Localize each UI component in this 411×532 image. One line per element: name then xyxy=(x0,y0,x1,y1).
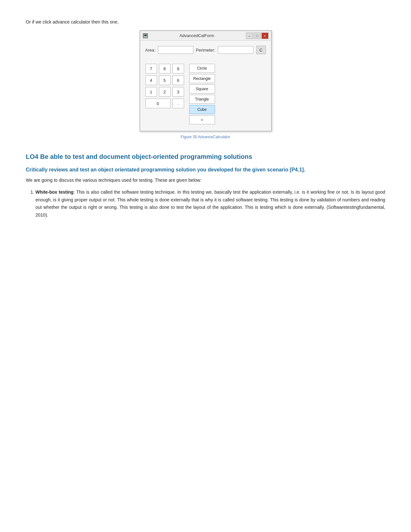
triangle-button[interactable]: Triangle xyxy=(189,95,215,104)
cube-button[interactable]: Cube xyxy=(189,105,215,114)
shape-buttons: Circle Rectangle Square Triangle Cube = xyxy=(189,64,215,124)
c-button[interactable]: C xyxy=(256,46,266,54)
numpad-row-1: 7 8 9 xyxy=(145,64,184,73)
btn-1[interactable]: 1 xyxy=(145,87,157,97)
lo4-section: LO4 Be able to test and document object-… xyxy=(26,152,385,219)
calculator-window-container: 💻 AdvancedCalForm – □ × Area: Perimeter:… xyxy=(26,30,385,131)
list-item-1-label: White-box testing xyxy=(35,189,73,195)
btn-6[interactable]: 6 xyxy=(172,75,184,85)
btn-7[interactable]: 7 xyxy=(145,64,157,73)
numpad-row-2: 4 5 6 xyxy=(145,75,184,85)
list-item-1-text: This is also called the software testing… xyxy=(35,189,385,218)
equals-button[interactable]: = xyxy=(189,115,215,124)
window-controls: – □ × xyxy=(246,33,269,39)
advanced-calc-window: 💻 AdvancedCalForm – □ × Area: Perimeter:… xyxy=(140,30,272,131)
area-input[interactable] xyxy=(158,46,193,54)
perimeter-input[interactable] xyxy=(218,46,253,54)
btn-4[interactable]: 4 xyxy=(145,75,157,85)
lo4-intro-text: We are going to discuss the various tech… xyxy=(26,177,385,184)
intro-paragraph: Or if we click advance calculator then t… xyxy=(26,19,385,24)
calc-area: 7 8 9 4 5 6 1 2 3 0 xyxy=(145,64,266,124)
lo4-subheading: Critically reviews and test an object or… xyxy=(26,166,385,173)
close-button[interactable]: × xyxy=(261,33,269,39)
window-title: AdvancedCalForm xyxy=(148,33,246,38)
square-button[interactable]: Square xyxy=(189,84,215,93)
numpad-row-4: 0 . xyxy=(145,99,184,108)
minimize-button[interactable]: – xyxy=(246,33,253,39)
btn-9[interactable]: 9 xyxy=(172,64,184,73)
numpad-row-3: 1 2 3 xyxy=(145,87,184,97)
window-body: Area: Perimeter: C 7 8 9 4 5 6 xyxy=(140,41,271,131)
perimeter-label: Perimeter: xyxy=(196,48,215,53)
list-item-1: White-box testing: This is also called t… xyxy=(35,189,385,219)
top-row: Area: Perimeter: C xyxy=(145,46,266,54)
figure-caption: Figure 35 AdvanceCalculator xyxy=(26,135,385,139)
btn-dot[interactable]: . xyxy=(172,99,184,108)
testing-list: White-box testing: This is also called t… xyxy=(26,189,385,219)
titlebar-app-icon: 💻 xyxy=(143,33,148,38)
rectangle-button[interactable]: Rectangle xyxy=(189,74,215,83)
btn-3[interactable]: 3 xyxy=(172,87,184,97)
btn-8[interactable]: 8 xyxy=(159,64,171,73)
lo4-heading: LO4 Be able to test and document object-… xyxy=(26,152,385,161)
circle-button[interactable]: Circle xyxy=(189,64,215,73)
btn-5[interactable]: 5 xyxy=(159,75,171,85)
maximize-button[interactable]: □ xyxy=(254,33,261,39)
titlebar: 💻 AdvancedCalForm – □ × xyxy=(140,31,271,41)
area-label: Area: xyxy=(145,48,155,53)
btn-2[interactable]: 2 xyxy=(159,87,171,97)
numpad: 7 8 9 4 5 6 1 2 3 0 xyxy=(145,64,184,108)
btn-0[interactable]: 0 xyxy=(145,99,171,108)
